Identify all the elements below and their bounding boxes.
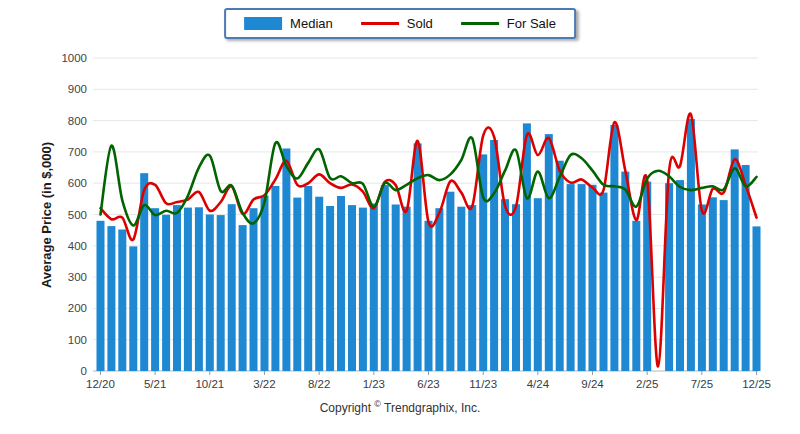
median-bar: [326, 206, 334, 371]
median-bar: [676, 180, 684, 371]
x-tick-label: 5/21: [144, 378, 166, 390]
price-chart: 0100200300400500600700800900100012/205/2…: [0, 0, 800, 434]
median-bar: [151, 208, 159, 371]
median-bar: [589, 185, 597, 371]
chart-canvas: Median Sold For Sale Average Price (in $…: [0, 0, 800, 434]
median-bar: [107, 226, 115, 371]
median-bar: [195, 207, 203, 371]
x-tick-label: 9/24: [581, 378, 604, 390]
median-bar: [556, 161, 564, 371]
y-tick-label: 900: [68, 83, 87, 95]
median-bar-swatch: [244, 17, 282, 30]
median-bar: [523, 123, 531, 371]
y-tick-label: 600: [68, 177, 87, 189]
x-tick-label: 10/21: [195, 378, 224, 390]
x-tick-label: 1/23: [363, 378, 385, 390]
median-bar: [610, 125, 618, 371]
legend: Median Sold For Sale: [224, 8, 576, 39]
median-bar: [228, 204, 236, 371]
median-bar: [97, 221, 105, 371]
median-bar: [217, 215, 225, 371]
y-tick-label: 0: [81, 365, 87, 377]
median-bar: [490, 140, 498, 371]
median-bar: [271, 186, 279, 371]
median-bar: [567, 184, 575, 371]
median-bar: [632, 221, 640, 371]
for-sale-line-swatch: [461, 22, 499, 25]
y-tick-label: 300: [68, 271, 87, 283]
median-bar: [239, 225, 247, 371]
copyright-suffix: Trendgraphix, Inc.: [384, 401, 480, 415]
median-bar: [293, 198, 301, 371]
x-tick-label: 6/23: [417, 378, 439, 390]
x-tick-label: 11/23: [469, 378, 497, 390]
median-bar: [600, 193, 608, 371]
y-tick-label: 800: [68, 115, 87, 127]
x-tick-label: 7/25: [691, 378, 713, 390]
legend-label-sold: Sold: [407, 16, 433, 31]
median-bar: [184, 208, 192, 371]
median-bar: [687, 119, 695, 371]
median-bar: [512, 204, 520, 371]
x-tick-label: 8/22: [308, 378, 330, 390]
median-bar: [698, 205, 706, 372]
median-bar: [282, 149, 290, 372]
x-tick-label: 12/20: [86, 378, 115, 390]
copyright-symbol: ©: [374, 399, 381, 409]
x-tick-label: 4/24: [527, 378, 550, 390]
copyright-text: Copyright © Trendgraphix, Inc.: [0, 399, 800, 415]
y-tick-label: 500: [68, 209, 87, 221]
median-bar: [403, 207, 411, 371]
median-bar: [468, 205, 476, 371]
y-axis-title: Average Price (in $,000): [39, 142, 54, 288]
y-tick-label: 1000: [61, 52, 87, 64]
median-bar: [709, 197, 717, 371]
x-tick-label: 3/22: [253, 378, 275, 390]
median-bar: [370, 204, 378, 372]
legend-item-for-sale: For Sale: [461, 16, 556, 31]
sold-line-swatch: [361, 22, 399, 25]
median-bar: [731, 149, 739, 371]
median-bar: [753, 226, 761, 371]
median-bar: [457, 207, 465, 371]
legend-item-sold: Sold: [361, 16, 433, 31]
median-bar: [337, 196, 345, 371]
median-bar: [315, 197, 323, 371]
median-bar: [348, 205, 356, 371]
y-tick-label: 400: [68, 240, 87, 252]
median-bar: [501, 199, 509, 371]
median-bar: [129, 246, 137, 371]
median-bar: [578, 184, 586, 371]
x-tick-label: 2/25: [636, 378, 658, 390]
median-bar: [545, 134, 553, 371]
legend-label-for-sale: For Sale: [507, 16, 556, 31]
median-bar: [446, 192, 454, 371]
median-bar: [359, 208, 367, 371]
median-bar: [261, 196, 269, 371]
legend-label-median: Median: [290, 16, 333, 31]
y-tick-label: 700: [68, 146, 87, 158]
median-bar: [425, 221, 433, 371]
median-bar: [304, 186, 312, 371]
median-bar: [173, 205, 181, 371]
median-bar: [435, 208, 443, 371]
median-bar: [162, 215, 170, 371]
y-axis-tick-labels: 01002003004005006007008009001000: [61, 52, 87, 377]
median-bar: [381, 185, 389, 371]
y-tick-label: 100: [68, 334, 87, 346]
median-bar: [206, 215, 214, 372]
median-bar: [720, 200, 728, 371]
copyright-prefix: Copyright: [320, 401, 371, 415]
median-bar: [621, 172, 629, 371]
median-bar: [118, 230, 126, 372]
median-bar: [250, 208, 258, 371]
y-tick-label: 200: [68, 302, 87, 314]
median-bar: [534, 198, 542, 371]
median-bar: [392, 205, 400, 372]
x-tick-label: 12/25: [742, 378, 771, 390]
x-axis-tick-labels: 12/205/2110/213/228/221/236/2311/234/249…: [86, 371, 771, 390]
legend-item-median: Median: [244, 16, 333, 31]
